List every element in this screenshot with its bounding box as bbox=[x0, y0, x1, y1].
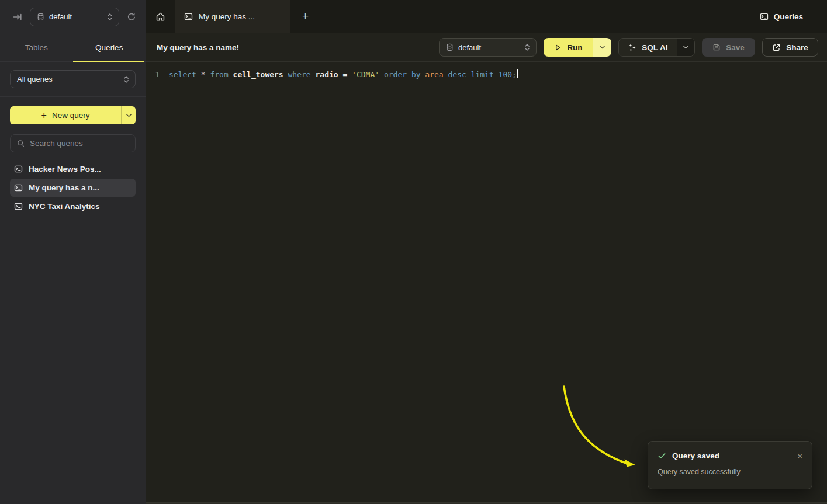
database-icon bbox=[446, 43, 454, 51]
database-icon bbox=[37, 13, 44, 21]
code-line-1: 1 select * from cell_towers where radio … bbox=[146, 62, 827, 81]
refresh-button[interactable] bbox=[127, 12, 136, 22]
query-title: My query has a name! bbox=[157, 43, 239, 52]
toast-close-button[interactable]: × bbox=[797, 451, 802, 460]
editor-header: My query has a name! default bbox=[146, 33, 827, 62]
check-icon bbox=[658, 451, 666, 460]
toast-title: Query saved bbox=[672, 451, 719, 460]
run-label: Run bbox=[567, 43, 582, 52]
run-options-dropdown[interactable] bbox=[593, 38, 611, 57]
chevron-down-icon bbox=[683, 46, 688, 49]
sidebar-topbar: default bbox=[0, 0, 146, 33]
query-list-item-hacker-news[interactable]: Hacker News Pos... bbox=[10, 160, 136, 178]
sidebar-database-selector[interactable]: default bbox=[30, 8, 119, 26]
tab-label: My query has ... bbox=[199, 12, 255, 21]
queries-panel-toggle[interactable]: Queries bbox=[760, 0, 803, 33]
query-list-item-my-query[interactable]: My query has a n... bbox=[10, 179, 136, 197]
query-filter-row: All queries bbox=[0, 62, 146, 88]
query-terminal-icon bbox=[184, 12, 193, 21]
collapse-sidebar-button[interactable] bbox=[13, 12, 22, 22]
search-icon bbox=[17, 140, 25, 147]
sql-ai-label: SQL AI bbox=[642, 43, 667, 52]
save-label: Save bbox=[726, 43, 745, 52]
query-item-label: My query has a n... bbox=[29, 183, 99, 192]
topbar-spacer bbox=[320, 0, 760, 33]
query-terminal-icon bbox=[14, 165, 23, 173]
new-query-split-button: + New query bbox=[10, 106, 136, 124]
toast-header: Query saved × bbox=[658, 451, 802, 460]
editor-header-actions: default Run bbox=[439, 38, 818, 57]
new-query-button[interactable]: + New query bbox=[10, 106, 121, 124]
queries-indicator-label: Queries bbox=[774, 12, 803, 21]
line-number: 1 bbox=[146, 69, 160, 81]
share-label: Share bbox=[786, 43, 808, 52]
new-tab-button[interactable]: + bbox=[290, 0, 320, 33]
refresh-icon bbox=[127, 12, 136, 22]
topbar: My query has ... + Queries bbox=[146, 0, 827, 33]
tab-my-query[interactable]: My query has ... bbox=[175, 0, 290, 33]
search-queries-input[interactable] bbox=[30, 139, 133, 148]
toast-query-saved: Query saved × Query saved successfully bbox=[648, 441, 812, 489]
chevron-down-icon bbox=[126, 114, 132, 117]
search-queries-box bbox=[10, 134, 136, 152]
new-query-dropdown-button[interactable] bbox=[121, 106, 136, 124]
sidebar-tabs: Tables Queries bbox=[0, 33, 146, 62]
query-filter-dropdown[interactable]: All queries bbox=[10, 70, 136, 88]
chevron-updown-icon bbox=[524, 43, 530, 51]
search-row bbox=[0, 124, 146, 152]
sql-ai-button[interactable]: SQL AI bbox=[619, 39, 677, 56]
new-query-row: + New query bbox=[0, 97, 146, 124]
sql-ai-split-button: SQL AI bbox=[618, 38, 695, 57]
query-list-item-nyc-taxi[interactable]: NYC Taxi Analytics bbox=[10, 197, 136, 215]
sidebar-tab-queries[interactable]: Queries bbox=[73, 33, 146, 61]
sidebar: default Tables Queries bbox=[0, 0, 146, 504]
sparkles-icon bbox=[628, 43, 636, 52]
query-list: Hacker News Pos... My query has a n... N… bbox=[0, 160, 146, 215]
run-split-button: Run bbox=[544, 38, 611, 57]
sql-ai-dropdown[interactable] bbox=[677, 39, 694, 56]
query-terminal-icon bbox=[14, 202, 23, 211]
run-database-selector[interactable]: default bbox=[439, 38, 537, 57]
run-database-value: default bbox=[458, 43, 520, 52]
sql-console-app: default Tables Queries bbox=[0, 0, 827, 504]
save-icon bbox=[712, 43, 721, 51]
new-query-label: New query bbox=[52, 111, 90, 120]
close-icon: × bbox=[797, 451, 802, 461]
share-button[interactable]: Share bbox=[762, 38, 818, 57]
run-button[interactable]: Run bbox=[544, 38, 593, 57]
plus-icon: + bbox=[302, 10, 309, 23]
code-line-content: select * from cell_towers where radio = … bbox=[169, 69, 518, 81]
external-link-icon bbox=[772, 43, 781, 52]
chevron-down-icon bbox=[600, 46, 605, 49]
plus-icon: + bbox=[41, 111, 47, 120]
query-item-label: NYC Taxi Analytics bbox=[29, 202, 100, 211]
chevron-updown-icon bbox=[123, 75, 129, 84]
play-icon bbox=[554, 44, 562, 51]
save-button[interactable]: Save bbox=[702, 38, 755, 57]
home-button[interactable] bbox=[146, 0, 175, 33]
query-terminal-icon bbox=[760, 12, 769, 21]
text-cursor bbox=[517, 69, 518, 78]
query-item-label: Hacker News Pos... bbox=[29, 165, 101, 173]
toast-message: Query saved successfully bbox=[658, 468, 802, 476]
sidebar-database-value: default bbox=[49, 12, 102, 21]
sidebar-tab-tables[interactable]: Tables bbox=[0, 33, 73, 61]
home-icon bbox=[155, 12, 165, 22]
sql-editor[interactable]: 1 select * from cell_towers where radio … bbox=[146, 62, 827, 504]
query-filter-value: All queries bbox=[17, 75, 119, 84]
chevron-updown-icon bbox=[107, 13, 113, 21]
arrow-to-bar-icon bbox=[13, 12, 22, 22]
query-terminal-icon bbox=[14, 183, 23, 192]
